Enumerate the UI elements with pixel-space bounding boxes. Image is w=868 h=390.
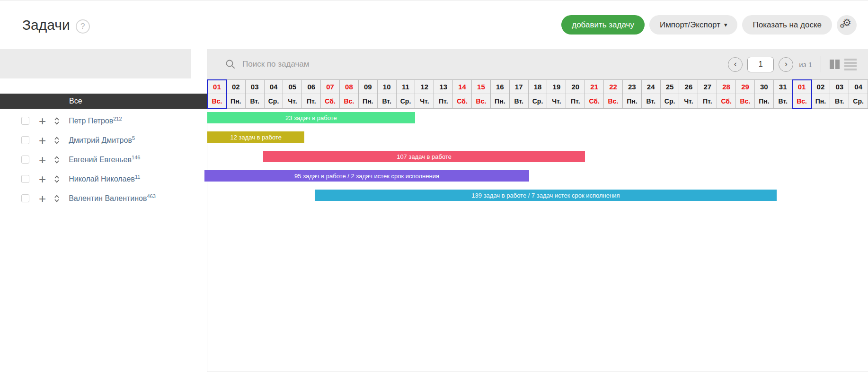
calendar-header: 01Вс.02Пн.03Вт.04Ср.05Чт.06Пт.07Сб.08Вс.… — [207, 79, 868, 109]
calendar-day-column[interactable]: 11Ср. — [397, 80, 416, 108]
calendar-day-column[interactable]: 01Вс. — [793, 80, 812, 108]
row-bar — [844, 59, 857, 61]
columns-view-icon[interactable] — [830, 60, 840, 69]
person-checkbox[interactable] — [21, 117, 29, 125]
calendar-day-column[interactable]: 09Пн. — [359, 80, 378, 108]
person-name[interactable]: Валентин Валентинов463 — [69, 193, 156, 203]
plus-icon[interactable]: + — [39, 194, 46, 203]
gantt-bar[interactable]: 107 задач в работе — [263, 151, 585, 162]
day-number: 07 — [321, 80, 339, 94]
gantt-bar[interactable]: 95 задач в работе / 2 задач истек срок и… — [204, 170, 529, 182]
person-name[interactable]: Петр Петров212 — [69, 116, 122, 125]
calendar-day-column[interactable]: 25Ср. — [661, 80, 680, 108]
calendar-day-column[interactable]: 21Сб. — [585, 80, 604, 108]
sort-updown-icon[interactable] — [54, 156, 60, 164]
sort-updown-icon[interactable] — [54, 136, 60, 145]
day-number: 02 — [812, 80, 830, 94]
help-icon[interactable]: ? — [76, 19, 90, 34]
plus-icon[interactable]: + — [39, 155, 46, 165]
settings-button[interactable]: ⚙ ⚙ — [837, 15, 857, 35]
day-of-week: Чт. — [415, 94, 434, 108]
person-checkbox[interactable] — [21, 136, 29, 144]
day-number: 10 — [378, 80, 396, 94]
day-number: 04 — [265, 80, 283, 94]
person-checkbox[interactable] — [21, 156, 29, 164]
day-number: 15 — [472, 80, 490, 94]
search-input[interactable] — [242, 60, 721, 69]
calendar-day-column[interactable]: 02Пн. — [812, 80, 831, 108]
calendar-day-column[interactable]: 13Пт. — [434, 80, 453, 108]
gantt-bar[interactable]: 139 задач в работе / 7 задач истек срок … — [315, 190, 776, 201]
group-header-all[interactable]: Все — [0, 94, 207, 109]
calendar-day-column[interactable]: 28Сб. — [717, 80, 736, 108]
calendar-day-column[interactable]: 14Сб. — [453, 80, 472, 108]
calendar-day-column[interactable]: 19Чт. — [547, 80, 566, 108]
calendar-day-column[interactable]: 15Вс. — [472, 80, 491, 108]
prev-page-button[interactable]: ‹ — [728, 57, 743, 72]
day-number: 18 — [529, 80, 547, 94]
calendar-day-column[interactable]: 07Сб. — [321, 80, 340, 108]
sort-updown-icon[interactable] — [54, 194, 60, 203]
show-on-board-button[interactable]: Показать на доске — [742, 15, 832, 35]
gantt-bar[interactable]: 12 задач в работе — [207, 131, 304, 143]
calendar-day-column[interactable]: 17Вт. — [510, 80, 529, 108]
calendar-day-column[interactable]: 23Пн. — [623, 80, 642, 108]
add-task-button[interactable]: добавить задачу — [561, 15, 645, 35]
gantt-row: 139 задач в работе / 7 задач истек срок … — [207, 186, 868, 206]
calendar-day-column[interactable]: 16Пн. — [491, 80, 510, 108]
calendar-day-column[interactable]: 01Вс. — [207, 80, 227, 108]
calendar-day-column[interactable]: 04Ср. — [265, 80, 283, 108]
plus-icon[interactable]: + — [39, 136, 46, 145]
person-checkbox[interactable] — [21, 175, 29, 183]
day-number: 17 — [510, 80, 528, 94]
gantt-bar[interactable]: 23 задач в работе — [207, 112, 415, 123]
page-number-input[interactable] — [747, 57, 774, 72]
calendar-day-column[interactable]: 08Вс. — [340, 80, 359, 108]
calendar-day-column[interactable]: 22Вс. — [604, 80, 623, 108]
person-name[interactable]: Дмитрий Дмитров5 — [69, 135, 135, 145]
next-page-button[interactable]: › — [779, 57, 793, 72]
calendar-day-column[interactable]: 12Чт. — [415, 80, 434, 108]
calendar-day-column[interactable]: 03Вт. — [246, 80, 265, 108]
calendar-day-column[interactable]: 30Пн. — [755, 80, 774, 108]
header-actions: добавить задачу Импорт/Экспорт ▾ Показат… — [561, 15, 857, 35]
person-name[interactable]: Николай Николаев11 — [69, 174, 140, 183]
calendar-day-column[interactable]: 02Пн. — [227, 80, 246, 108]
day-of-week: Пт. — [302, 94, 320, 108]
tasks-page: Задачи ? добавить задачу Импорт/Экспорт … — [0, 0, 868, 390]
day-of-week: Сб. — [717, 94, 735, 108]
divider — [821, 56, 821, 72]
person-name[interactable]: Евгений Евгеньев146 — [69, 155, 140, 164]
list-view-icon[interactable] — [844, 59, 857, 70]
task-count-badge: 463 — [147, 193, 156, 199]
calendar-day-column[interactable]: 24Вт. — [642, 80, 661, 108]
day-number: 11 — [397, 80, 415, 94]
calendar-day-column[interactable]: 31Вт. — [774, 80, 793, 108]
sort-updown-icon[interactable] — [54, 175, 60, 183]
calendar-day-column[interactable]: 29Вс. — [736, 80, 755, 108]
calendar-day-column[interactable]: 27Пт. — [698, 80, 717, 108]
calendar-day-column[interactable]: 18Ср. — [529, 80, 548, 108]
calendar-day-column[interactable]: 04Ср. — [849, 80, 868, 108]
calendar-day-column[interactable]: 10Вт. — [378, 80, 397, 108]
column-bar — [830, 60, 834, 69]
calendar-day-column[interactable]: 26Чт. — [679, 80, 698, 108]
day-number: 03 — [246, 80, 264, 94]
gantt-body: 23 задач в работе12 задач в работе107 за… — [207, 109, 868, 372]
day-of-week: Вт. — [378, 94, 396, 108]
person-row: +Николай Николаев11 — [0, 169, 207, 189]
content: Все +Петр Петров212+Дмитрий Дмитров5+Евг… — [0, 49, 868, 390]
plus-icon[interactable]: + — [39, 174, 46, 184]
person-checkbox[interactable] — [21, 194, 29, 202]
calendar-day-column[interactable]: 20Пт. — [566, 80, 585, 108]
people-list: +Петр Петров212+Дмитрий Дмитров5+Евгений… — [0, 109, 207, 208]
sort-updown-icon[interactable] — [54, 117, 60, 125]
calendar-day-column[interactable]: 03Вт. — [830, 80, 849, 108]
plus-icon[interactable]: + — [39, 116, 46, 126]
pagination: ‹ › из 1 — [728, 56, 857, 72]
day-of-week: Ср. — [661, 94, 679, 108]
import-export-button[interactable]: Импорт/Экспорт ▾ — [649, 15, 738, 35]
calendar-day-column[interactable]: 06Пт. — [302, 80, 321, 108]
calendar-day-column[interactable]: 05Чт. — [283, 80, 302, 108]
day-of-week: Вс. — [208, 94, 226, 108]
